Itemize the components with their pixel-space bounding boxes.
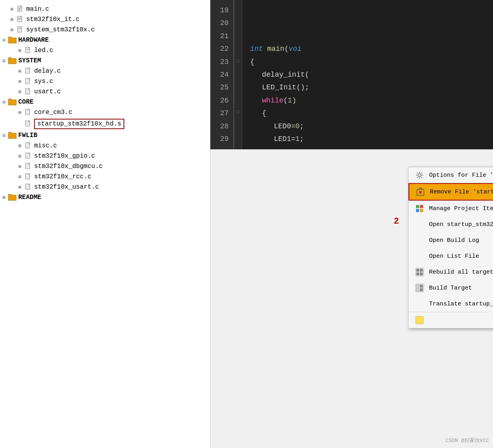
svg-rect-18 (29, 78, 30, 79)
menu-item-manage-project-label: Manage Project Items... (429, 205, 493, 212)
tree-item-stm32f10x-it-c[interactable]: ⊞ stm32f10x_it.c (0, 14, 210, 25)
svg-rect-47 (416, 272, 419, 275)
code-line-27: { (250, 107, 485, 120)
rebuild-icon (414, 267, 425, 277)
expander-icon[interactable]: ⊞ (16, 110, 24, 116)
tree-item-hardware[interactable]: ⊟ HARDWARE (0, 35, 210, 45)
menu-item-rebuild-all[interactable]: Rebuild all target files (408, 264, 493, 280)
expander-icon[interactable]: ⊟ (0, 99, 8, 105)
tree-item-misc-c[interactable]: ⊞ misc.c (0, 141, 210, 151)
tree-item-label: stm32f10x_usart.c (34, 183, 99, 191)
code-keyword-void: voi (289, 42, 301, 55)
tree-item-startup-s[interactable]: 1 ⊞ startup_stm32f10x_hd.s (0, 118, 210, 130)
tree-item-label: main.c (26, 6, 49, 13)
menu-item-options-file[interactable]: Options for File 'startup_stm32f10x_hd.s… (408, 167, 493, 183)
svg-rect-43 (420, 209, 423, 212)
tree-item-readme[interactable]: ⊞ README (0, 192, 210, 203)
menu-item-partial[interactable] (408, 312, 493, 328)
remove-icon (415, 187, 426, 197)
svg-rect-26 (29, 143, 30, 144)
file-icon (24, 77, 33, 85)
tree-item-core[interactable]: ⊟ CORE (0, 97, 210, 107)
blank-icon (414, 236, 425, 245)
tree-item-stm32f10x-rcc-c[interactable]: ⊞ stm32f10x_rcc.c (0, 172, 210, 182)
folder-icon (8, 98, 17, 106)
code-while-close: ) (292, 94, 297, 107)
annotation-badge-2: 2 (394, 216, 399, 226)
svg-rect-50 (416, 285, 419, 288)
tree-item-led-c[interactable]: ⊞ led.c (0, 45, 210, 56)
tree-item-label: led.c (34, 47, 53, 54)
expander-icon[interactable]: ⊞ (16, 48, 24, 54)
line-num-19: 19 (210, 4, 233, 17)
menu-item-remove-file[interactable]: Remove File 'startup_stm32f10x_hd.s' (408, 183, 493, 201)
tree-item-system[interactable]: ⊟ SYSTEM (0, 56, 210, 66)
expander-icon[interactable]: ⊞ (16, 89, 24, 95)
menu-item-open-startup[interactable]: Open startup_stm32f10x_hd.s (408, 216, 493, 232)
code-line-24: delay_init( (250, 68, 485, 81)
blank-icon (414, 299, 425, 309)
tree-item-stm32f10x-gpio-c[interactable]: ⊞ stm32f10x_gpio.c (0, 151, 210, 161)
expander-icon[interactable]: ⊟ (0, 133, 8, 139)
menu-item-manage-project[interactable]: Manage Project Items... (408, 201, 493, 216)
expander-icon[interactable]: ⊞ (16, 184, 24, 190)
expander-icon[interactable]: ⊟ (0, 37, 8, 43)
menu-item-open-list-file[interactable]: Open List File (408, 248, 493, 264)
tree-item-stm32f10x-dbgmcu-c[interactable]: ⊞ stm32f10x_dbgmcu.c (0, 161, 210, 172)
expander-icon[interactable]: ⊞ (16, 143, 24, 149)
menu-item-open-startup-label: Open startup_stm32f10x_hd.s (429, 221, 493, 228)
svg-rect-32 (29, 174, 30, 175)
code-led0-val: 0 (295, 120, 300, 133)
expander-icon[interactable]: ⊞ (16, 79, 24, 85)
code-line-29: LED1=1; (250, 133, 485, 145)
svg-rect-20 (29, 89, 30, 90)
context-menu: Options for File 'startup_stm32f10x_hd.s… (408, 167, 493, 328)
menu-item-open-list-file-label: Open List File (429, 253, 493, 260)
tree-item-core-cm3-c[interactable]: ⊞ core_cm3.c (0, 107, 210, 118)
menu-item-remove-file-label: Remove File 'startup_stm32f10x_hd.s' (430, 189, 493, 195)
tree-item-label: sys.c (34, 78, 53, 85)
line-num-23: 23 (210, 56, 233, 68)
line-num-22: 22 (210, 42, 233, 55)
expander-icon[interactable]: ⊞ (16, 153, 24, 159)
tree-item-fwlib[interactable]: ⊟ FWLIB (0, 130, 210, 141)
expander-icon[interactable]: ⊞ (16, 174, 24, 180)
code-inner-brace: { (262, 107, 266, 120)
tree-item-label: system_stm32f10x.c (26, 26, 95, 33)
svg-rect-6 (21, 16, 22, 17)
tree-item-usart-c[interactable]: ⊞ usart.c (0, 87, 210, 97)
tree-item-sys-c[interactable]: ⊞ sys.c (0, 76, 210, 87)
menu-item-translate-startup[interactable]: Translate startup_stm32f10x_hd.s (408, 296, 493, 312)
expander-icon[interactable]: ⊞ (0, 195, 8, 201)
tree-item-delay-c[interactable]: ⊞ delay.c (0, 66, 210, 76)
menu-item-open-build-log[interactable]: Open Build Log (408, 232, 493, 248)
svg-rect-24 (29, 121, 30, 122)
code-led1: LED1= (274, 133, 295, 145)
svg-rect-52 (416, 288, 419, 291)
code-led1-semi: ; (300, 133, 304, 145)
tree-item-system-stm32f10x-c[interactable]: ⊞ system_stm32f10x.c (0, 25, 210, 35)
expander-icon[interactable]: ⊞ (16, 68, 24, 74)
code-line-20 (250, 17, 485, 29)
svg-rect-51 (420, 285, 423, 288)
svg-rect-13 (29, 47, 30, 48)
tree-item-label: core_cm3.c (34, 109, 72, 116)
menu-item-build-target[interactable]: Build Target (408, 280, 493, 296)
watermark: CSDN @好家伙VCC (446, 437, 489, 444)
file-icon (16, 26, 25, 34)
expander-icon[interactable]: ⊞ (8, 6, 16, 12)
expander-icon[interactable]: ⊟ (0, 58, 8, 64)
expander-icon[interactable]: ⊞ (8, 17, 16, 23)
svg-rect-10 (21, 27, 22, 28)
expander-icon[interactable]: ⊞ (8, 27, 16, 33)
partial-icon (414, 315, 425, 325)
tree-item-stm32f10x-usart-c[interactable]: ⊞ stm32f10x_usart.c (0, 182, 210, 192)
code-brace: { (250, 56, 254, 68)
code-line-22: int main(voi (250, 42, 485, 55)
file-icon (24, 152, 33, 160)
expander-icon[interactable]: ⊞ (16, 164, 24, 170)
tree-item-label: SYSTEM (18, 57, 41, 64)
svg-rect-1 (21, 6, 22, 7)
code-led1-val: 1 (295, 133, 300, 145)
tree-item-main-c[interactable]: ⊞ main.c (0, 4, 210, 14)
